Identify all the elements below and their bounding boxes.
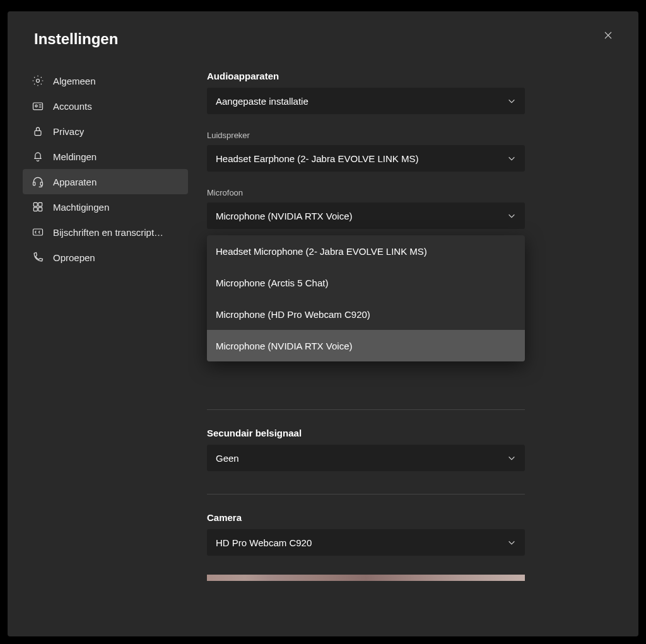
sidebar-item-general[interactable]: Algemeen <box>23 68 188 93</box>
chevron-down-icon <box>507 454 516 462</box>
modal-body: Algemeen Accounts Privacy Meldingen <box>8 62 638 636</box>
audio-devices-select[interactable]: Aangepaste installatie <box>207 88 525 114</box>
secondary-ringer-select[interactable]: Geen <box>207 445 525 471</box>
camera-preview <box>207 575 525 581</box>
phone-icon <box>32 251 44 264</box>
close-button[interactable] <box>598 25 618 45</box>
cc-icon <box>32 226 44 238</box>
camera-select[interactable]: HD Pro Webcam C920 <box>207 529 525 556</box>
headset-icon <box>32 175 44 188</box>
sidebar-item-label: Meldingen <box>53 151 97 162</box>
sidebar-item-notifications[interactable]: Meldingen <box>23 144 188 169</box>
svg-rect-3 <box>35 131 41 136</box>
sidebar-item-accounts[interactable]: Accounts <box>23 93 188 119</box>
svg-rect-10 <box>33 229 43 235</box>
modal-title: Instellingen <box>34 30 118 48</box>
microphone-option[interactable]: Microphone (NVIDIA RTX Voice) <box>207 330 525 361</box>
settings-content: Audioapparaten Aangepaste installatie Lu… <box>188 62 623 636</box>
speaker-select[interactable]: Headset Earphone (2- Jabra EVOLVE LINK M… <box>207 145 525 172</box>
modal-header: Instellingen <box>8 29 638 62</box>
close-icon <box>603 30 613 40</box>
sidebar-item-label: Bijschriften en transcript… <box>53 227 163 238</box>
microphone-select[interactable]: Microphone (NVIDIA RTX Voice) Headset Mi… <box>207 202 525 229</box>
option-label: Microphone (HD Pro Webcam C920) <box>216 309 370 320</box>
gear-icon <box>32 74 44 87</box>
lock-icon <box>32 125 44 138</box>
section-divider <box>207 494 525 495</box>
svg-rect-8 <box>33 208 37 211</box>
secondary-ringer-heading: Secundair belsignaal <box>207 428 611 438</box>
select-value: Aangepaste installatie <box>216 96 308 107</box>
id-card-icon <box>32 100 44 112</box>
microphone-option[interactable]: Microphone (HD Pro Webcam C920) <box>207 298 525 330</box>
microphone-dropdown: Headset Microphone (2- Jabra EVOLVE LINK… <box>207 235 525 361</box>
chevron-down-icon <box>507 211 516 220</box>
svg-rect-7 <box>38 202 42 206</box>
microphone-option[interactable]: Microphone (Arctis 5 Chat) <box>207 267 525 298</box>
microphone-label: Microfoon <box>207 188 611 197</box>
sidebar-item-devices[interactable]: Apparaten <box>23 169 188 194</box>
audio-devices-heading: Audioapparaten <box>207 71 611 81</box>
option-label: Microphone (NVIDIA RTX Voice) <box>216 341 352 351</box>
svg-rect-4 <box>33 182 35 185</box>
svg-point-0 <box>37 79 40 83</box>
settings-sidebar: Algemeen Accounts Privacy Meldingen <box>23 62 188 636</box>
svg-point-2 <box>35 105 37 107</box>
sidebar-item-label: Machtigingen <box>53 202 109 213</box>
chevron-down-icon <box>507 538 516 547</box>
select-value: Geen <box>216 453 239 464</box>
sidebar-item-label: Privacy <box>53 126 84 137</box>
select-value: HD Pro Webcam C920 <box>216 537 312 548</box>
chevron-down-icon <box>507 97 516 105</box>
svg-rect-6 <box>33 202 37 206</box>
option-label: Microphone (Arctis 5 Chat) <box>216 278 328 288</box>
svg-rect-9 <box>38 208 42 211</box>
select-value: Microphone (NVIDIA RTX Voice) <box>216 211 352 221</box>
sidebar-item-captions[interactable]: Bijschriften en transcript… <box>23 220 188 245</box>
sidebar-item-privacy[interactable]: Privacy <box>23 119 188 144</box>
sidebar-item-permissions[interactable]: Machtigingen <box>23 194 188 220</box>
speaker-label: Luidspreker <box>207 131 611 140</box>
sidebar-item-label: Apparaten <box>53 177 97 187</box>
bell-icon <box>32 150 44 163</box>
option-label: Headset Microphone (2- Jabra EVOLVE LINK… <box>216 246 427 257</box>
svg-rect-5 <box>40 182 42 185</box>
camera-heading: Camera <box>207 512 611 523</box>
select-value: Headset Earphone (2- Jabra EVOLVE LINK M… <box>216 153 419 164</box>
sidebar-item-label: Algemeen <box>53 76 96 86</box>
sidebar-item-calls[interactable]: Oproepen <box>23 245 188 270</box>
sidebar-item-label: Oproepen <box>53 252 95 263</box>
sidebar-item-label: Accounts <box>53 101 92 112</box>
section-divider <box>207 409 525 410</box>
settings-modal: Instellingen Algemeen Accounts <box>8 11 638 636</box>
chevron-down-icon <box>507 154 516 163</box>
microphone-option[interactable]: Headset Microphone (2- Jabra EVOLVE LINK… <box>207 235 525 267</box>
svg-rect-1 <box>33 103 43 110</box>
apps-icon <box>32 201 44 213</box>
